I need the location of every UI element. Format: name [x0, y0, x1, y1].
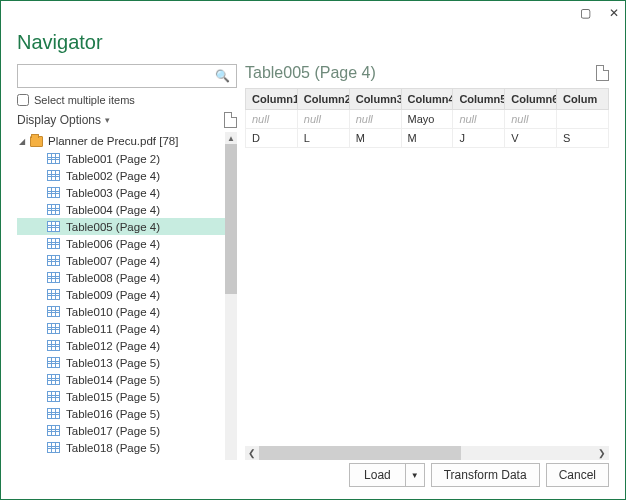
table-cell[interactable]: D: [246, 129, 298, 148]
tree-item-label: Table010 (Page 4): [66, 306, 160, 318]
tree-item[interactable]: Table016 (Page 5): [17, 405, 225, 422]
tree-item[interactable]: Table017 (Page 5): [17, 422, 225, 439]
table-cell[interactable]: null: [505, 110, 557, 129]
tree-item-label: Table007 (Page 4): [66, 255, 160, 267]
search-input[interactable]: [24, 66, 215, 86]
refresh-icon[interactable]: [224, 112, 237, 128]
tree-item[interactable]: Table014 (Page 5): [17, 371, 225, 388]
table-icon: [47, 238, 60, 249]
table-icon: [47, 306, 60, 317]
column-header[interactable]: Column1: [246, 89, 298, 110]
search-box[interactable]: 🔍: [17, 64, 237, 88]
close-icon[interactable]: ✕: [609, 6, 619, 20]
table-icon: [47, 272, 60, 283]
tree-item-label: Table002 (Page 4): [66, 170, 160, 182]
table-cell[interactable]: J: [453, 129, 505, 148]
tree-item-label: Table009 (Page 4): [66, 289, 160, 301]
tree-item-label: Table001 (Page 2): [66, 153, 160, 165]
tree-item[interactable]: Table002 (Page 4): [17, 167, 225, 184]
load-dropdown-button[interactable]: ▼: [405, 463, 425, 487]
load-button[interactable]: Load: [349, 463, 405, 487]
table-icon: [47, 204, 60, 215]
select-multiple-row[interactable]: Select multiple items: [17, 94, 237, 106]
dialog-title: Navigator: [17, 31, 609, 54]
select-multiple-checkbox[interactable]: [17, 94, 29, 106]
tree-item[interactable]: Table015 (Page 5): [17, 388, 225, 405]
table-icon: [47, 153, 60, 164]
preview-title: Table005 (Page 4): [245, 64, 376, 82]
scroll-up-icon[interactable]: ▲: [227, 132, 235, 144]
cancel-button[interactable]: Cancel: [546, 463, 609, 487]
table-cell[interactable]: [557, 110, 609, 129]
tree-item[interactable]: Table010 (Page 4): [17, 303, 225, 320]
tree-item[interactable]: Table006 (Page 4): [17, 235, 225, 252]
tree-item[interactable]: Table005 (Page 4): [17, 218, 225, 235]
transform-data-button[interactable]: Transform Data: [431, 463, 540, 487]
tree-item-label: Table018 (Page 5): [66, 442, 160, 454]
tree-item[interactable]: Table004 (Page 4): [17, 201, 225, 218]
table-cell[interactable]: Mayo: [401, 110, 453, 129]
table-icon: [47, 357, 60, 368]
table-icon: [47, 255, 60, 266]
table-cell[interactable]: null: [453, 110, 505, 129]
tree-item-label: Table015 (Page 5): [66, 391, 160, 403]
source-tree: ◢ Planner de Precu.pdf [78] Table001 (Pa…: [17, 132, 237, 456]
tree-scrollbar[interactable]: ▲: [225, 132, 237, 460]
table-icon: [47, 408, 60, 419]
tree-item-label: Table008 (Page 4): [66, 272, 160, 284]
table-cell[interactable]: null: [246, 110, 298, 129]
column-header[interactable]: Column4: [401, 89, 453, 110]
column-header[interactable]: Column3: [349, 89, 401, 110]
column-header[interactable]: Colum: [557, 89, 609, 110]
tree-item-label: Table004 (Page 4): [66, 204, 160, 216]
table-icon: [47, 323, 60, 334]
table-icon: [47, 340, 60, 351]
tree-item[interactable]: Table003 (Page 4): [17, 184, 225, 201]
table-icon: [47, 391, 60, 402]
table-icon: [47, 187, 60, 198]
tree-item[interactable]: Table009 (Page 4): [17, 286, 225, 303]
tree-item-label: Table005 (Page 4): [66, 221, 160, 233]
table-cell[interactable]: L: [297, 129, 349, 148]
tree-item-label: Table016 (Page 5): [66, 408, 160, 420]
titlebar: ▢ ✕: [1, 1, 625, 25]
display-options-dropdown[interactable]: Display Options: [17, 113, 110, 127]
table-cell[interactable]: null: [349, 110, 401, 129]
tree-item[interactable]: Table012 (Page 4): [17, 337, 225, 354]
tree-item[interactable]: Table007 (Page 4): [17, 252, 225, 269]
tree-item[interactable]: Table001 (Page 2): [17, 150, 225, 167]
minimize-restore-icon[interactable]: ▢: [580, 6, 591, 20]
table-icon: [47, 289, 60, 300]
tree-item-label: Table017 (Page 5): [66, 425, 160, 437]
column-header[interactable]: Column2: [297, 89, 349, 110]
tree-item-label: Table012 (Page 4): [66, 340, 160, 352]
tree-item[interactable]: Table008 (Page 4): [17, 269, 225, 286]
column-header[interactable]: Column5: [453, 89, 505, 110]
tree-item-label: Table011 (Page 4): [66, 323, 160, 335]
table-row[interactable]: nullnullnullMayonullnull: [246, 110, 609, 129]
column-header[interactable]: Column6: [505, 89, 557, 110]
load-button-group: Load ▼: [349, 463, 425, 487]
table-cell[interactable]: null: [297, 110, 349, 129]
search-icon[interactable]: 🔍: [215, 69, 230, 83]
table-icon: [47, 170, 60, 181]
scroll-thumb[interactable]: [225, 144, 237, 294]
tree-item-label: Table006 (Page 4): [66, 238, 160, 250]
table-row[interactable]: DLMMJVS: [246, 129, 609, 148]
preview-options-icon[interactable]: [596, 65, 609, 81]
tree-item[interactable]: Table011 (Page 4): [17, 320, 225, 337]
table-icon: [47, 221, 60, 232]
caret-down-icon[interactable]: ◢: [19, 137, 25, 146]
table-icon: [47, 374, 60, 385]
table-cell[interactable]: V: [505, 129, 557, 148]
tree-root-item[interactable]: ◢ Planner de Precu.pdf [78]: [17, 132, 225, 150]
table-cell[interactable]: M: [349, 129, 401, 148]
table-cell[interactable]: S: [557, 129, 609, 148]
tree-item[interactable]: Table013 (Page 5): [17, 354, 225, 371]
table-cell[interactable]: M: [401, 129, 453, 148]
tree-item-label: Table003 (Page 4): [66, 187, 160, 199]
table-icon: [47, 425, 60, 436]
folder-icon: [30, 136, 43, 147]
tree-root-label: Planner de Precu.pdf [78]: [48, 135, 178, 147]
tree-item-label: Table013 (Page 5): [66, 357, 160, 369]
